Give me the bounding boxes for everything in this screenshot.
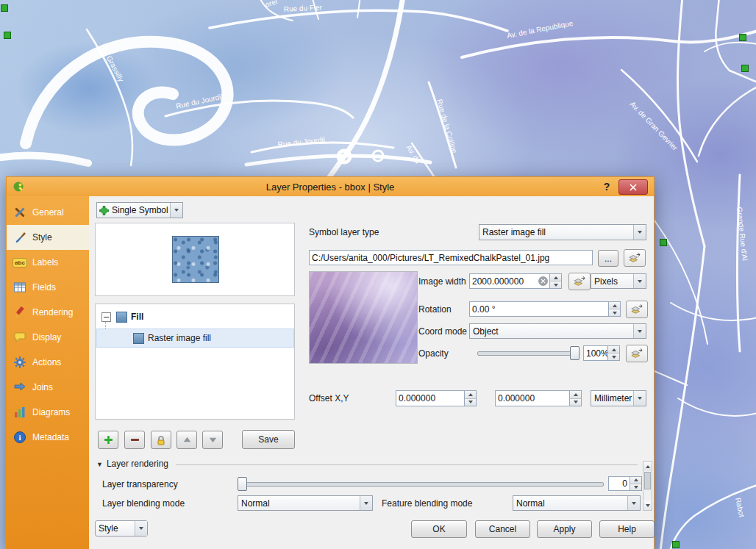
chevron-down-icon [633, 324, 646, 338]
feature-blending-mode-combo[interactable]: Normal [513, 495, 641, 511]
sidebar-item-labels[interactable]: abc Labels [7, 250, 89, 275]
help-button[interactable]: ? [599, 179, 614, 194]
collapse-icon[interactable] [101, 312, 111, 322]
chevron-down-icon [170, 203, 182, 218]
opacity-input[interactable]: 100% [583, 345, 620, 361]
data-defined-override-button[interactable] [626, 345, 648, 362]
opacity-slider[interactable] [477, 345, 579, 360]
data-defined-override-button[interactable] [568, 273, 591, 290]
style-menu-button[interactable]: Style [95, 520, 148, 537]
sidebar-item-diagrams[interactable]: Diagrams [7, 400, 89, 425]
layer-rendering-title: Layer rendering [107, 459, 168, 469]
map-road-label: Av. de Gran Gevrier [629, 100, 680, 152]
data-defined-icon [630, 348, 643, 359]
chevron-down-icon [627, 496, 640, 510]
clear-icon[interactable] [538, 276, 548, 286]
layer-properties-dialog: Layer Properties - bbox | Style ? Genera… [6, 176, 655, 549]
coord-mode-combo[interactable]: Object [469, 323, 646, 339]
vertex-marker [741, 65, 749, 72]
sidebar-item-joins[interactable]: Joins [7, 375, 89, 400]
apply-button[interactable]: Apply [537, 520, 592, 538]
layer-rendering-header[interactable]: ▼Layer rendering [96, 459, 168, 469]
vertex-marker [672, 541, 680, 548]
map-road-label: Rue de la Colline [435, 98, 459, 155]
layer-transparency-spinner[interactable] [630, 477, 641, 490]
image-width-unit-combo[interactable]: Pixels [591, 273, 646, 289]
image-width-input[interactable]: 2000.000000 [469, 273, 562, 289]
vertex-marker [1, 4, 8, 12]
scroll-down-button[interactable] [643, 500, 652, 510]
raster-fill-layer-icon [133, 333, 144, 344]
tree-row-raster-image-fill[interactable]: Raster image fill [96, 329, 294, 348]
map-road-label: Rabot [734, 497, 746, 518]
data-defined-override-button[interactable] [626, 301, 648, 318]
raster-image-preview [309, 271, 418, 364]
offset-y-input[interactable]: 0.000000 [495, 390, 582, 406]
opacity-spinner[interactable] [607, 346, 619, 360]
sidebar-item-label: Fields [32, 282, 56, 293]
renderer-combo[interactable]: Single Symbol [96, 202, 183, 218]
symbol-layer-type-combo[interactable]: Raster image fill [479, 224, 646, 240]
scroll-up-button[interactable] [643, 462, 652, 471]
move-down-button[interactable] [202, 431, 223, 449]
sidebar-item-metadata[interactable]: i Metadata [7, 425, 89, 450]
sidebar-item-display[interactable]: Display [7, 325, 89, 350]
dialog-titlebar[interactable]: Layer Properties - bbox | Style ? [7, 177, 654, 196]
scrollbar-thumb[interactable] [644, 472, 651, 489]
lock-color-button[interactable] [151, 431, 171, 449]
vertex-marker [4, 32, 11, 39]
sidebar-item-label: Labels [32, 257, 58, 268]
close-button[interactable] [618, 179, 648, 195]
paintbrush-icon [13, 231, 27, 244]
map-road-label: Av. de la Republique [506, 19, 574, 40]
sidebar-item-actions[interactable]: Actions [7, 350, 89, 375]
symbol-preview-panel [95, 223, 295, 296]
move-up-button[interactable] [176, 431, 197, 449]
browse-button[interactable]: ... [598, 250, 618, 267]
sidebar-item-fields[interactable]: Fields [7, 275, 89, 300]
offset-x-spinner[interactable] [464, 391, 476, 406]
minus-icon [130, 435, 140, 445]
offset-x-value: 0.000000 [396, 393, 464, 403]
scrollbar-track[interactable] [643, 471, 652, 500]
chevron-down-icon [633, 391, 646, 406]
rotation-label: Rotation [418, 304, 452, 315]
layer-transparency-slider[interactable] [238, 476, 604, 491]
ok-button[interactable]: OK [411, 520, 467, 538]
tree-fill-label: Fill [131, 312, 143, 322]
slider-handle[interactable] [570, 346, 580, 360]
remove-symbol-layer-button[interactable] [124, 431, 145, 449]
map-road-label: Rue du Jourdil [277, 135, 325, 148]
plus-icon [104, 435, 113, 445]
info-icon: i [13, 431, 27, 444]
vertex-marker [660, 239, 667, 246]
save-symbol-button[interactable]: Save [242, 430, 295, 449]
layer-blending-mode-combo[interactable]: Normal [238, 495, 373, 511]
layer-rendering-scrollbar[interactable] [643, 461, 652, 511]
sidebar-item-label: Metadata [32, 432, 69, 442]
single-symbol-icon [99, 206, 109, 215]
rotation-spinner[interactable] [608, 302, 620, 316]
sidebar-item-general[interactable]: General [7, 200, 89, 225]
offset-y-spinner[interactable] [569, 391, 581, 406]
data-defined-override-button[interactable] [624, 249, 646, 267]
image-path-input[interactable]: C:/Users/anita_000/Pictures/LT_RemixedCh… [309, 250, 593, 265]
help-button-footer[interactable]: Help [599, 520, 655, 538]
slider-handle[interactable] [238, 477, 247, 491]
offset-x-input[interactable]: 0.000000 [396, 390, 477, 406]
sidebar-item-rendering[interactable]: Rendering [7, 300, 89, 325]
add-symbol-layer-button[interactable] [98, 431, 118, 449]
cancel-button[interactable]: Cancel [475, 520, 530, 538]
image-width-unit-value: Pixels [591, 276, 633, 287]
gear-icon [13, 356, 27, 369]
image-width-spinner[interactable] [549, 274, 561, 288]
layer-transparency-input[interactable]: 0 [608, 476, 642, 491]
image-width-label: Image width [418, 276, 466, 287]
data-defined-icon [630, 304, 643, 315]
sidebar-item-label: General [32, 207, 64, 218]
rotation-input[interactable]: 0.00 ° [469, 301, 621, 317]
tree-row-fill[interactable]: Fill [96, 309, 294, 325]
sidebar-item-style[interactable]: Style [7, 225, 89, 250]
arrow-up-icon [182, 435, 192, 445]
offset-unit-combo[interactable]: Millimeter [591, 390, 646, 406]
